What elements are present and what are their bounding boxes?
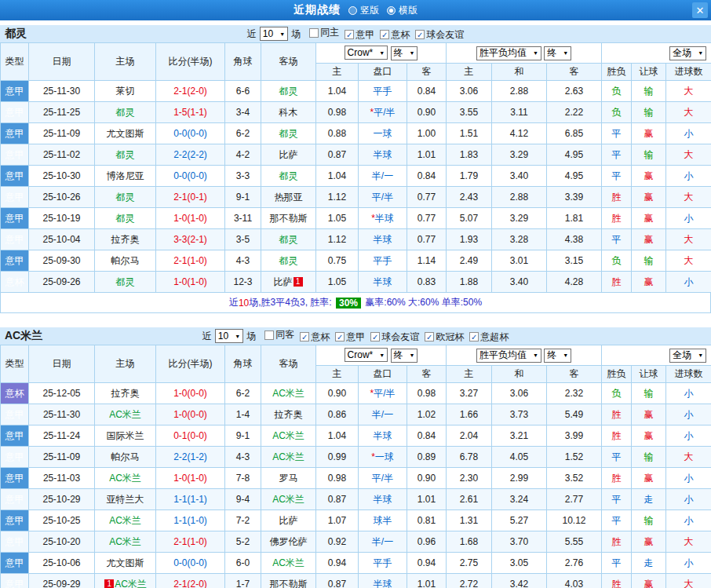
home-team-cell: 都灵	[95, 144, 156, 166]
away-odds-cell: 1.01	[407, 489, 447, 510]
home-team-cell: AC米兰	[95, 510, 156, 531]
date-cell: 25-11-09	[29, 447, 95, 468]
avg-away-cell: 2.76	[547, 553, 602, 574]
away-team-cell: 罗马	[261, 468, 316, 489]
team-label: AC米兰	[109, 409, 141, 420]
date-cell: 25-12-05	[29, 383, 95, 404]
filter-球会友谊[interactable]: ✓球会友谊	[415, 28, 464, 42]
checkbox-checked-icon[interactable]: ✓	[370, 332, 380, 341]
date-cell: 25-11-03	[29, 468, 95, 489]
corners-cell: 1-7	[225, 574, 261, 588]
filter-意超杯[interactable]: ✓意超杯	[469, 331, 509, 344]
final-odds-select[interactable]: 终▼	[391, 349, 418, 363]
scope-header: 全场▼	[602, 345, 711, 366]
final-odds-select[interactable]: 终▼	[391, 46, 418, 60]
result-cell: 胜	[602, 187, 632, 208]
away-odds-cell: 0.94	[407, 553, 447, 574]
goals-cell: 大	[666, 229, 711, 250]
team-label: 尤文图斯	[107, 557, 144, 568]
chevron-down-icon: ▼	[533, 352, 538, 358]
near-label: 近	[247, 27, 257, 41]
avg-draw-cell: 3.70	[492, 531, 547, 553]
filter-欧冠杯[interactable]: ✓欧冠杯	[425, 331, 464, 344]
home-team-cell: 都灵	[95, 102, 156, 123]
result-cell: 胜	[602, 272, 632, 293]
col-type: 类型	[1, 345, 29, 383]
result-cell: 负	[602, 383, 632, 404]
home-team-cell: 亚特兰大	[95, 489, 156, 510]
match-count-select[interactable]: 10▼	[260, 27, 288, 41]
score-cell: 2-2(2-2)	[156, 144, 225, 166]
checkbox-checked-icon[interactable]: ✓	[415, 30, 425, 39]
team-label: 比萨	[279, 515, 298, 526]
checkbox-unchecked-icon[interactable]	[264, 331, 274, 340]
filter-球会友谊[interactable]: ✓球会友谊	[370, 331, 419, 344]
col-result: 胜负	[602, 64, 632, 81]
home-team-cell: AC米兰	[95, 531, 156, 553]
score-cell: 2-1(0-1)	[156, 187, 225, 208]
select-value: 10	[218, 331, 228, 341]
avg-odds-select[interactable]: 胜平负均值▼	[476, 349, 541, 363]
home-team-cell: 拉齐奥	[95, 229, 156, 250]
checkbox-checked-icon[interactable]: ✓	[469, 332, 479, 341]
handicap-result-cell: 输	[632, 447, 666, 468]
final-avg-select[interactable]: 终▼	[544, 46, 571, 60]
checkbox-checked-icon[interactable]: ✓	[380, 30, 389, 39]
rank-badge: 1	[294, 277, 303, 287]
team-label: 佛罗伦萨	[270, 536, 308, 547]
home-odds-cell: 1.12	[316, 229, 359, 250]
handicap-result-cell: 赢	[632, 574, 666, 588]
odds-source-select[interactable]: Crow*▼	[345, 348, 388, 362]
layout-option-vertical[interactable]: 竖版	[348, 4, 379, 17]
handicap-label: 平/半	[372, 192, 393, 203]
result-cell: 胜	[602, 208, 632, 229]
radio-label: 横版	[399, 4, 417, 17]
team-label: 都灵	[279, 234, 298, 245]
radio-checked-icon[interactable]	[387, 6, 396, 15]
result-cell: 平	[602, 489, 632, 510]
checkbox-unchecked-icon[interactable]	[309, 28, 319, 38]
odds-source-select[interactable]: Crow*▼	[345, 46, 388, 60]
filter-同客[interactable]: 同客	[264, 328, 294, 341]
filter-同主[interactable]: 同主	[309, 26, 339, 39]
match-row: 意甲25-10-25AC米兰1-1(1-0)7-2比萨1.07球半0.811.3…	[1, 510, 711, 531]
scope-select[interactable]: 全场▼	[669, 349, 706, 363]
checkbox-checked-icon[interactable]: ✓	[300, 332, 309, 341]
home-team-cell: 帕尔马	[95, 250, 156, 272]
checkbox-checked-icon[interactable]: ✓	[335, 332, 345, 341]
checkbox-checked-icon[interactable]: ✓	[425, 332, 434, 341]
result-cell: 平	[602, 553, 632, 574]
team-label: 那不勒斯	[270, 213, 308, 224]
avg-home-cell: 2.75	[447, 553, 492, 574]
filter-意杯[interactable]: ✓意杯	[380, 28, 410, 42]
radio-unchecked-icon[interactable]	[348, 6, 357, 15]
handicap-cell: 球半	[359, 510, 407, 531]
layout-option-horizontal[interactable]: 横版	[387, 4, 417, 17]
corners-cell: 6-2	[225, 383, 261, 404]
result-cell: 胜	[602, 531, 632, 553]
scope-select[interactable]: 全场▼	[669, 46, 706, 60]
filter-意甲[interactable]: ✓意甲	[335, 331, 365, 344]
match-row: 意甲25-10-06尤文图斯0-0(0-0)6-0AC米兰0.94平手0.942…	[1, 553, 711, 574]
handicap-cell: 平手	[359, 553, 407, 574]
match-count-select[interactable]: 10▼	[215, 329, 243, 343]
filter-意甲[interactable]: ✓意甲	[345, 28, 374, 42]
avg-odds-select[interactable]: 胜平负均值▼	[476, 46, 541, 60]
handicap-label: 半球	[374, 276, 392, 287]
record-summary: 近10场,胜3平4负3, 胜率: 30% 赢率:60% 大:60% 单率:50%	[0, 293, 711, 313]
match-row: 意甲25-11-09帕尔马2-2(1-2)4-3AC米兰0.99*一球0.896…	[1, 447, 711, 468]
select-value: Crow*	[348, 349, 374, 360]
avg-away-cell: 4.03	[547, 574, 602, 588]
date-cell: 25-10-04	[29, 229, 95, 250]
final-avg-select[interactable]: 终▼	[544, 349, 571, 363]
team-label: 都灵	[116, 107, 135, 118]
checkbox-checked-icon[interactable]: ✓	[345, 30, 354, 39]
avg-draw-cell: 2.88	[492, 81, 547, 102]
type-cell: 意甲	[1, 425, 29, 447]
select-value: Crow*	[348, 47, 374, 58]
close-button[interactable]: ✕	[692, 2, 708, 18]
away-team-cell: 比萨	[261, 510, 316, 531]
filter-意杯[interactable]: ✓意杯	[300, 331, 330, 344]
score-cell: 0-0(0-0)	[156, 553, 225, 574]
avg-away-cell: 6.85	[547, 123, 602, 144]
